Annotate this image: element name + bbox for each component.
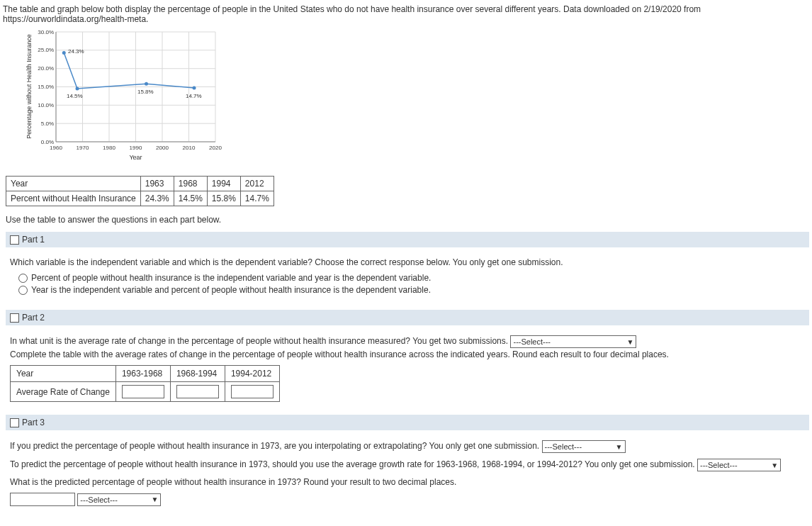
radio-icon[interactable] bbox=[18, 286, 28, 295]
part-1-option-a[interactable]: Percent of people without health insuran… bbox=[18, 273, 805, 283]
rate-select-value: ---Select--- bbox=[700, 461, 738, 469]
part-3-header[interactable]: Part 3 bbox=[6, 415, 809, 430]
interp-select-value: ---Select--- bbox=[545, 442, 582, 451]
pct-cell: 24.3% bbox=[140, 191, 174, 206]
ytick-2: 10.0% bbox=[38, 102, 54, 108]
ytick-1: 5.0% bbox=[41, 121, 54, 127]
chevron-down-icon: ▼ bbox=[616, 443, 623, 451]
chevron-down-icon: ▼ bbox=[151, 496, 158, 503]
part-2: Part 2 In what unit is the average rate … bbox=[6, 310, 809, 408]
part-2-checkbox[interactable] bbox=[10, 313, 19, 323]
svg-point-19 bbox=[193, 86, 196, 90]
ytick-3: 15.0% bbox=[38, 84, 54, 90]
ytick-4: 20.0% bbox=[38, 65, 54, 72]
data-table: Year 1963 1968 1994 2012 Percent without… bbox=[6, 176, 274, 206]
row-label-pct: Percent without Health Insurance bbox=[6, 191, 141, 206]
pt-label-1: 14.5% bbox=[67, 93, 83, 99]
unit-select[interactable]: ---Select--- ▼ bbox=[510, 335, 636, 348]
pt-label-0: 24.3% bbox=[68, 48, 84, 55]
svg-point-18 bbox=[145, 82, 148, 86]
roc-table: Year 1963-1968 1968-1994 1994-2012 Avera… bbox=[10, 365, 280, 402]
part-3-checkbox[interactable] bbox=[10, 418, 19, 427]
ytick-6: 30.0% bbox=[38, 29, 54, 35]
part-3-title: Part 3 bbox=[22, 418, 45, 427]
svg-point-16 bbox=[62, 51, 66, 55]
pt-label-2: 15.8% bbox=[137, 89, 154, 95]
chevron-down-icon: ▼ bbox=[627, 338, 634, 346]
chart: 0.0% 5.0% 10.0% 15.0% 20.0% 25.0% 30.0% … bbox=[24, 28, 809, 169]
chevron-down-icon: ▼ bbox=[771, 461, 778, 469]
roc-input-1[interactable] bbox=[122, 385, 164, 398]
xtick-0: 1960 bbox=[50, 145, 62, 151]
y-axis-label: Percentage without Health Insurance bbox=[26, 34, 33, 139]
part-2-q2: Complete the table with the average rate… bbox=[10, 349, 805, 359]
svg-point-17 bbox=[76, 87, 79, 91]
roc-input-3[interactable] bbox=[231, 385, 274, 398]
part-1-checkbox[interactable] bbox=[10, 235, 19, 245]
part-1-option-a-label: Percent of people without health insuran… bbox=[31, 273, 431, 283]
year-cell: 2012 bbox=[240, 177, 274, 191]
part-1-title: Part 1 bbox=[22, 235, 45, 245]
part-1-prompt: Which variable is the independent variab… bbox=[10, 257, 805, 267]
pt-label-3: 14.7% bbox=[186, 93, 202, 99]
year-cell: 1994 bbox=[207, 177, 240, 191]
part-1-option-b[interactable]: Year is the independent variable and per… bbox=[18, 285, 805, 295]
pct-cell: 14.7% bbox=[240, 191, 274, 206]
part-2-header[interactable]: Part 2 bbox=[6, 310, 809, 325]
year-cell: 1963 bbox=[140, 177, 174, 191]
part-3-q1: If you predict the percentage of people … bbox=[10, 441, 539, 451]
x-axis-label: Year bbox=[129, 154, 142, 161]
part-3-q2: To predict the percentage of people with… bbox=[10, 459, 695, 469]
part-1-header[interactable]: Part 1 bbox=[6, 232, 809, 247]
part-2-title: Part 2 bbox=[22, 313, 45, 323]
part-1-option-b-label: Year is the independent variable and per… bbox=[31, 285, 431, 295]
rate-select[interactable]: ---Select--- ▼ bbox=[697, 459, 781, 471]
part-3: Part 3 If you predict the percentage of … bbox=[6, 415, 809, 517]
instruction-text: Use the table to answer the questions in… bbox=[6, 215, 809, 225]
predicted-unit-value: ---Select--- bbox=[80, 496, 118, 504]
part-1: Part 1 Which variable is the independent… bbox=[6, 232, 809, 303]
roc-input-2[interactable] bbox=[176, 385, 219, 398]
xtick-5: 2010 bbox=[183, 145, 196, 151]
ytick-5: 25.0% bbox=[38, 47, 54, 53]
pct-cell: 15.8% bbox=[207, 191, 240, 206]
xtick-3: 1990 bbox=[130, 145, 142, 151]
predicted-unit-select[interactable]: ---Select--- ▼ bbox=[77, 493, 161, 506]
roc-head-3: 1994-2012 bbox=[225, 366, 279, 382]
xtick-6: 2020 bbox=[209, 145, 222, 151]
radio-icon[interactable] bbox=[18, 274, 28, 283]
xtick-4: 2000 bbox=[156, 145, 169, 151]
roc-head-2: 1968-1994 bbox=[170, 366, 225, 382]
xtick-2: 1980 bbox=[103, 145, 115, 151]
roc-head-1: 1963-1968 bbox=[115, 366, 170, 382]
roc-row-label: Average Rate of Change bbox=[11, 382, 116, 402]
roc-head-year: Year bbox=[11, 366, 116, 382]
intro-text: The table and graph below both display t… bbox=[3, 3, 809, 27]
part-2-q1: In what unit is the average rate of chan… bbox=[10, 336, 508, 346]
row-label-year: Year bbox=[6, 177, 141, 191]
predicted-pct-input[interactable] bbox=[10, 493, 75, 506]
part-3-q3: What is the predicted percentage of peop… bbox=[10, 477, 805, 487]
xtick-1: 1970 bbox=[77, 145, 89, 151]
year-cell: 1968 bbox=[174, 177, 207, 191]
interp-select[interactable]: ---Select--- ▼ bbox=[542, 440, 626, 453]
pct-cell: 14.5% bbox=[174, 191, 207, 206]
unit-select-value: ---Select--- bbox=[513, 337, 551, 346]
